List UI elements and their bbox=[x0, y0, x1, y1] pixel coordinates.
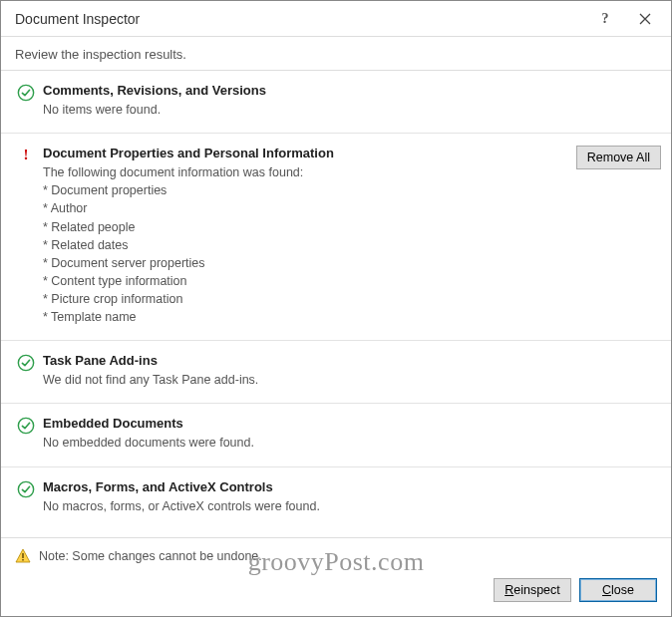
close-icon bbox=[639, 13, 651, 25]
footer-note: Note: Some changes cannot be undone. bbox=[39, 549, 262, 563]
section-message: No macros, forms, or ActiveX controls we… bbox=[43, 497, 661, 515]
found-item: * Content type information bbox=[43, 272, 570, 290]
close-window-button[interactable] bbox=[625, 5, 665, 33]
result-section: Comments, Revisions, and VersionsNo item… bbox=[1, 71, 671, 134]
section-body: Embedded DocumentsNo embedded documents … bbox=[39, 416, 661, 452]
section-title: Comments, Revisions, and Versions bbox=[43, 83, 661, 98]
reinspect-button[interactable]: Reinspect bbox=[494, 578, 571, 602]
section-status-icon bbox=[17, 479, 39, 501]
close-button[interactable]: Close bbox=[579, 578, 657, 602]
section-title: Task Pane Add-ins bbox=[43, 353, 661, 368]
section-title: Embedded Documents bbox=[43, 416, 661, 431]
window-title: Document Inspector bbox=[15, 11, 585, 27]
result-section: !Document Properties and Personal Inform… bbox=[1, 134, 671, 341]
section-message: No embedded documents were found. bbox=[43, 434, 661, 452]
section-title: Macros, Forms, and ActiveX Controls bbox=[43, 479, 661, 494]
checkmark-icon bbox=[17, 354, 35, 372]
section-action: Remove All bbox=[576, 146, 661, 169]
dialog-footer: Note: Some changes cannot be undone. Rei… bbox=[1, 538, 671, 616]
svg-point-3 bbox=[18, 481, 33, 496]
remove-all-button[interactable]: Remove All bbox=[576, 146, 661, 169]
found-item: * Author bbox=[43, 199, 570, 217]
checkmark-icon bbox=[17, 417, 35, 435]
section-status-icon bbox=[17, 83, 39, 105]
section-message: No items were found. bbox=[43, 101, 661, 119]
section-status-icon bbox=[17, 353, 39, 375]
svg-rect-4 bbox=[22, 553, 23, 558]
checkmark-icon bbox=[17, 480, 35, 498]
section-body: Macros, Forms, and ActiveX ControlsNo ma… bbox=[39, 479, 661, 515]
result-section: Embedded DocumentsNo embedded documents … bbox=[1, 404, 671, 466]
section-title: Document Properties and Personal Informa… bbox=[43, 146, 570, 160]
instruction-text: Review the inspection results. bbox=[1, 37, 671, 70]
section-message: We did not find any Task Pane add-ins. bbox=[43, 371, 661, 389]
found-item: * Document properties bbox=[43, 181, 570, 199]
found-item: * Template name bbox=[43, 308, 570, 326]
results-list[interactable]: Comments, Revisions, and VersionsNo item… bbox=[1, 70, 671, 538]
svg-point-0 bbox=[18, 85, 33, 100]
result-section: Macros, Forms, and ActiveX ControlsNo ma… bbox=[1, 467, 671, 529]
alert-icon: ! bbox=[17, 147, 35, 163]
help-button[interactable]: ? bbox=[585, 5, 625, 33]
checkmark-icon bbox=[17, 84, 35, 102]
section-status-icon: ! bbox=[17, 146, 39, 163]
found-item: * Document server properties bbox=[43, 254, 570, 272]
titlebar: Document Inspector ? bbox=[1, 1, 671, 37]
warning-icon bbox=[15, 548, 31, 564]
found-item: * Related people bbox=[43, 218, 570, 236]
section-message: The following document information was f… bbox=[43, 163, 570, 326]
svg-rect-5 bbox=[22, 559, 23, 561]
section-body: Comments, Revisions, and VersionsNo item… bbox=[39, 83, 661, 119]
result-section: Task Pane Add-insWe did not find any Tas… bbox=[1, 341, 671, 404]
section-body: Task Pane Add-insWe did not find any Tas… bbox=[39, 353, 661, 389]
found-item: * Related dates bbox=[43, 236, 570, 254]
svg-point-2 bbox=[18, 419, 33, 434]
section-body: Document Properties and Personal Informa… bbox=[39, 146, 570, 326]
section-status-icon bbox=[17, 416, 39, 438]
svg-point-1 bbox=[18, 356, 33, 371]
found-item: * Picture crop information bbox=[43, 290, 570, 308]
